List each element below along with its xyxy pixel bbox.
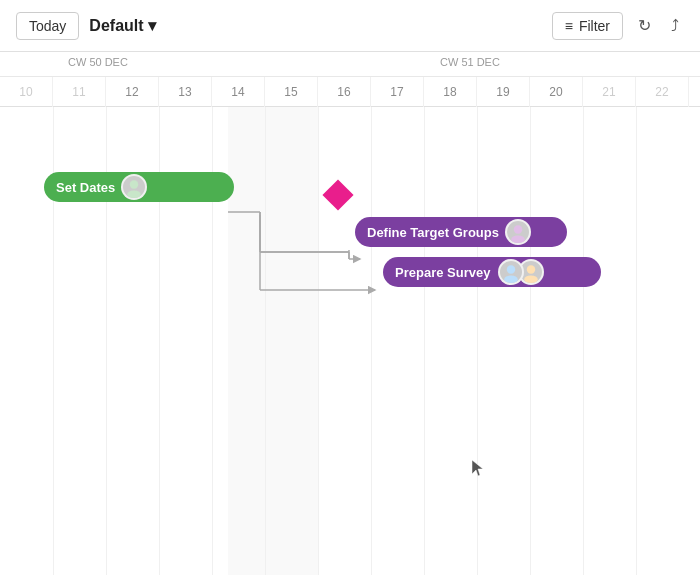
- filter-button[interactable]: ≡ Filter: [552, 12, 623, 40]
- today-highlight: [228, 107, 318, 575]
- svg-point-19: [527, 265, 535, 273]
- cw-51-label: CW 51 DEC: [440, 56, 500, 68]
- share-button[interactable]: ⤴: [666, 12, 684, 40]
- timeline-header: CW 50 DEC CW 51 DEC 10 11 12 13 14 15 16…: [0, 52, 700, 107]
- milestone-diamond[interactable]: [322, 179, 353, 210]
- default-label: Default: [89, 17, 143, 35]
- svg-point-18: [505, 275, 519, 283]
- today-button[interactable]: Today: [16, 12, 79, 40]
- day-21: 21: [583, 77, 636, 107]
- task-prepare-survey[interactable]: Prepare Survey: [383, 257, 601, 287]
- app-container: Today Default ▾ ≡ Filter ↻ ⤴ CW 50 DEC C…: [0, 0, 700, 575]
- header-left: Today Default ▾: [16, 12, 156, 40]
- grid-line-12: [636, 107, 637, 575]
- avatar-prepare-survey-1: [498, 259, 524, 285]
- task-prepare-survey-label: Prepare Survey: [395, 265, 490, 280]
- gantt-chart: CW 50 DEC CW 51 DEC 10 11 12 13 14 15 16…: [0, 52, 700, 575]
- header: Today Default ▾ ≡ Filter ↻ ⤴: [0, 0, 700, 52]
- day-20: 20: [530, 77, 583, 107]
- day-18: 18: [424, 77, 477, 107]
- task-set-dates-label: Set Dates: [56, 180, 115, 195]
- grid-line-8: [424, 107, 425, 575]
- task-define-target-label: Define Target Groups: [367, 225, 499, 240]
- avatar-define-target: [505, 219, 531, 245]
- day-13: 13: [159, 77, 212, 107]
- refresh-button[interactable]: ↻: [633, 11, 656, 40]
- svg-point-17: [507, 265, 515, 273]
- day-10: 10: [0, 77, 53, 107]
- task-define-target[interactable]: Define Target Groups: [355, 217, 567, 247]
- grid-line-9: [477, 107, 478, 575]
- avatars-prepare-survey: [498, 259, 544, 285]
- svg-point-16: [511, 235, 525, 243]
- grid-line-7: [371, 107, 372, 575]
- grid-line-11: [583, 107, 584, 575]
- day-11: 11: [53, 77, 106, 107]
- svg-point-15: [514, 225, 522, 233]
- filter-icon: ≡: [565, 18, 573, 34]
- task-set-dates[interactable]: Set Dates: [44, 172, 234, 202]
- day-16: 16: [318, 77, 371, 107]
- day-22: 22: [636, 77, 689, 107]
- svg-point-13: [130, 180, 138, 188]
- svg-point-20: [525, 275, 539, 283]
- header-right: ≡ Filter ↻ ⤴: [552, 11, 684, 40]
- grid-line-10: [530, 107, 531, 575]
- day-row: 10 11 12 13 14 15 16 17 18 19 20 21 22: [0, 77, 700, 107]
- default-view-button[interactable]: Default ▾: [89, 16, 155, 35]
- cw-50-label: CW 50 DEC: [68, 56, 128, 68]
- grid-line-6: [318, 107, 319, 575]
- day-17: 17: [371, 77, 424, 107]
- day-14: 14: [212, 77, 265, 107]
- chevron-down-icon: ▾: [148, 16, 156, 35]
- avatar-set-dates: [121, 174, 147, 200]
- svg-point-14: [127, 190, 141, 198]
- day-15: 15: [265, 77, 318, 107]
- cursor: [472, 460, 484, 478]
- grid-line-5: [265, 107, 266, 575]
- day-12: 12: [106, 77, 159, 107]
- filter-label: Filter: [579, 18, 610, 34]
- day-19: 19: [477, 77, 530, 107]
